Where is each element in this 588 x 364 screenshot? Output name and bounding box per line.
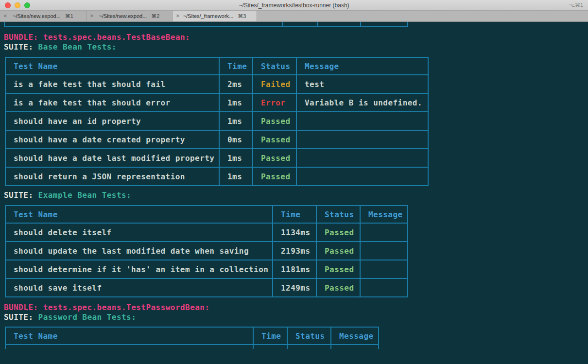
suite-line: SUITE: Base Bean Tests: <box>4 42 588 52</box>
bundle-label: BUNDLE: <box>4 33 38 42</box>
zoom-window-button[interactable] <box>24 2 30 8</box>
test-name-cell: should delete itself <box>5 223 273 242</box>
suite-label: SUITE: <box>4 312 34 322</box>
test-name-cell: should return a JSON representation <box>5 167 219 186</box>
time-cell: 1134ms <box>273 223 316 242</box>
column-header: Time <box>253 327 287 345</box>
time-cell: 1ms <box>219 93 253 112</box>
close-window-button[interactable] <box>5 2 11 8</box>
time-cell: 2ms <box>219 75 253 93</box>
message-cell: Variable B is undefined. <box>296 93 428 112</box>
header-row: Test NameTimeStatusMessage <box>5 327 379 345</box>
column-header: Test Name <box>5 327 253 345</box>
status-cell: Passed <box>253 112 296 130</box>
suite-label: SUITE: <box>4 42 34 52</box>
status-cell: Error <box>253 93 296 112</box>
column-header: Message <box>296 57 428 75</box>
suite-name: Base Bean Tests: <box>38 42 117 52</box>
example-bean-tests-table: Test NameTimeStatusMessageshould delete … <box>5 205 408 297</box>
bundle-line: BUNDLE: tests.spec.beans.TestPasswordBea… <box>4 303 588 312</box>
tab-bar: × ~/Sites/new.expod... ⌘1 × ~/Sites/new.… <box>0 11 588 22</box>
message-cell <box>296 130 428 149</box>
cropped-row <box>5 345 379 349</box>
bundle-name: tests.spec.beans.TestBaseBean: <box>43 33 190 42</box>
suite-results: Test NameTimeStatusMessageshould delete … <box>4 205 588 297</box>
cropped-table-bottom <box>4 22 408 27</box>
tab-shortcut: ⌘1 <box>65 13 73 19</box>
status-cell: Passed <box>253 149 296 167</box>
tab-close-icon[interactable]: × <box>176 12 180 19</box>
tab-3-active[interactable]: × ~/Sites/_framework... ⌘3 <box>173 11 257 21</box>
tab-label: ~/Sites/new.expod... <box>99 13 147 19</box>
suite-results: Test NameTimeStatusMessageis a fake test… <box>4 57 588 186</box>
bundle-label: BUNDLE: <box>4 303 38 312</box>
message-cell <box>296 112 428 130</box>
time-cell: 1ms <box>219 167 253 186</box>
test-row: should delete itself1134msPassed <box>5 223 408 242</box>
column-header: Status <box>287 327 331 345</box>
test-row: should have a date last modified propert… <box>5 149 428 167</box>
suite-line: SUITE: Password Bean Tests: <box>4 312 588 322</box>
traffic-lights <box>5 2 30 8</box>
message-cell: test <box>296 75 428 93</box>
status-cell: Passed <box>316 278 360 297</box>
header-row: Test NameTimeStatusMessage <box>5 57 428 75</box>
bundle-name: tests.spec.beans.TestPasswordBean: <box>43 303 210 312</box>
column-header: Message <box>360 206 408 223</box>
column-header: Status <box>253 57 296 75</box>
test-name-cell: is a fake test that should error <box>5 93 219 112</box>
test-row: should update the last modified date whe… <box>5 242 408 260</box>
time-cell: 1ms <box>219 112 253 130</box>
status-cell: Failed <box>253 75 296 93</box>
test-name-cell: should have an id property <box>5 112 219 130</box>
test-name-cell: should have a date created property <box>5 130 219 149</box>
header-row: Test NameTimeStatusMessage <box>5 206 408 223</box>
message-cell <box>360 260 408 278</box>
status-cell: Passed <box>316 242 360 260</box>
suite-label: SUITE: <box>4 191 34 200</box>
tab-close-icon[interactable]: × <box>3 12 7 19</box>
suite-name: Example Bean Tests: <box>38 191 132 200</box>
minimize-window-button[interactable] <box>15 2 20 8</box>
test-row: is a fake test that should error1msError… <box>5 93 428 112</box>
tab-close-icon[interactable]: × <box>90 12 94 19</box>
suite-results: Test NameTimeStatusMessage <box>4 327 588 349</box>
tab-2[interactable]: × ~/Sites/new.expod... ⌘2 <box>86 11 173 21</box>
message-cell <box>296 149 428 167</box>
time-cell: 1181ms <box>273 260 316 278</box>
base-bean-tests-table: Test NameTimeStatusMessageis a fake test… <box>5 57 429 186</box>
test-row: is a fake test that should fail2msFailed… <box>5 75 428 93</box>
test-name-cell: is a fake test that should fail <box>5 75 219 93</box>
status-cell: Passed <box>253 130 296 149</box>
test-row: should determine if it 'has' an item in … <box>5 260 408 278</box>
time-cell: 1ms <box>219 149 253 167</box>
test-row: should return a JSON representation1msPa… <box>5 167 428 186</box>
window-shortcut-hint: ⌥⌘1 <box>569 2 583 8</box>
time-cell: 2193ms <box>273 242 316 260</box>
titlebar[interactable]: ~/Sites/_frameworks/testbox-runner (bash… <box>0 0 588 11</box>
bundle-line: BUNDLE: tests.spec.beans.TestBaseBean: <box>4 33 588 42</box>
test-name-cell: should save itself <box>5 278 273 297</box>
test-name-cell: should have a date last modified propert… <box>5 149 219 167</box>
tab-1[interactable]: × ~/Sites/new.expod... ⌘1 <box>0 11 86 21</box>
tab-shortcut: ⌘2 <box>151 13 159 19</box>
tab-label: ~/Sites/_framework... <box>183 13 234 19</box>
test-row: should have an id property1msPassed <box>5 112 428 130</box>
message-cell <box>360 242 408 260</box>
message-cell <box>360 223 408 242</box>
test-row: should have a date created property0msPa… <box>5 130 428 149</box>
column-header: Test Name <box>5 206 273 223</box>
status-cell: Passed <box>316 223 360 242</box>
terminal-output[interactable]: BUNDLE: tests.spec.beans.TestBaseBean: S… <box>0 22 588 364</box>
tab-bar-empty-area <box>257 11 588 21</box>
tab-shortcut: ⌘3 <box>238 13 246 19</box>
status-cell: Passed <box>253 167 296 186</box>
suite-line: SUITE: Example Bean Tests: <box>4 191 588 200</box>
status-cell: Passed <box>316 260 360 278</box>
test-name-cell: should update the last modified date whe… <box>5 242 273 260</box>
suite-name: Password Bean Tests: <box>38 312 137 322</box>
tab-label: ~/Sites/new.expod... <box>13 13 61 19</box>
test-name-cell: should determine if it 'has' an item in … <box>5 260 273 278</box>
column-header: Status <box>316 206 360 223</box>
column-header: Message <box>331 327 379 345</box>
